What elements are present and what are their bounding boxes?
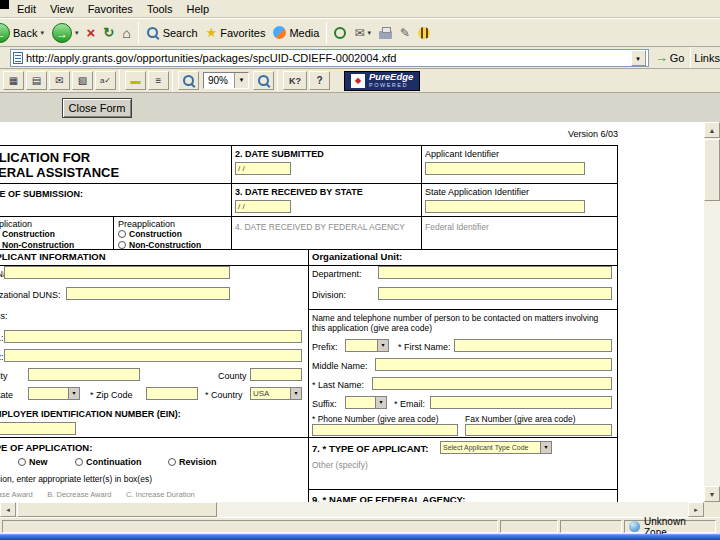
organizational-duns-input[interactable]	[66, 287, 230, 300]
grid-line	[617, 145, 618, 502]
street1-input[interactable]	[4, 330, 302, 343]
messenger-icon	[418, 27, 430, 39]
fax-input[interactable]	[465, 424, 612, 436]
prefix-select[interactable]: ▾	[345, 339, 389, 352]
menu-bar: Edit View Favorites Tools Help	[0, 0, 720, 18]
menu-tools[interactable]: Tools	[140, 2, 180, 16]
favorites-label: Favorites	[220, 27, 265, 39]
email-input[interactable]	[430, 396, 612, 409]
street2-input[interactable]	[4, 349, 302, 362]
application-column-label: Application	[0, 219, 32, 229]
spell-check-button[interactable]: a✓	[95, 71, 116, 90]
edit-button[interactable]: ✎	[396, 21, 414, 45]
middle-name-input[interactable]	[375, 358, 612, 371]
back-dropdown-icon[interactable]: ▾	[40, 29, 44, 37]
date-submitted-input[interactable]: / /	[235, 162, 291, 175]
radio-icon	[168, 458, 176, 466]
vertical-scrollbar[interactable]: ▲ ▼	[704, 122, 720, 502]
zoom-dropdown-icon[interactable]: ▾	[234, 73, 248, 88]
continuation-radio[interactable]: Continuation	[75, 457, 142, 467]
preview-button[interactable]: ▧	[72, 71, 93, 90]
forward-dropdown-icon[interactable]: ▾	[75, 29, 79, 37]
home-button[interactable]: ⌂	[118, 21, 134, 45]
forward-icon: →	[52, 23, 72, 43]
mail-form-button[interactable]: ✉	[49, 71, 70, 90]
phone-input[interactable]	[312, 424, 458, 436]
vertical-scroll-thumb[interactable]	[704, 139, 720, 201]
zoom-select[interactable]: 90% ▾	[203, 72, 249, 89]
mail-button[interactable]: ✉ ▾	[350, 21, 375, 45]
zip-code-input[interactable]	[146, 387, 198, 400]
menu-edit[interactable]: Edit	[10, 2, 43, 16]
print-form-button[interactable]: ▤	[26, 71, 47, 90]
save-button[interactable]: ▦	[3, 71, 24, 90]
scroll-left-icon[interactable]: ◂	[0, 502, 16, 517]
address-dropdown-icon[interactable]: ▾	[631, 50, 646, 66]
date-received-state-input[interactable]: / /	[235, 200, 291, 213]
applicant-information-header: 5. APPLICANT INFORMATION	[0, 251, 106, 262]
country-select[interactable]: USA ▾	[250, 387, 302, 400]
zoom-out-button[interactable]	[178, 71, 199, 90]
radio-icon	[18, 458, 26, 466]
menu-help[interactable]: Help	[180, 2, 217, 16]
horizontal-scroll-thumb[interactable]	[17, 502, 217, 517]
forward-button[interactable]: → ▾	[48, 21, 83, 45]
application-construction-radio[interactable]: Construction	[0, 229, 55, 239]
highlight-fields-button[interactable]: ▬	[125, 71, 146, 90]
scroll-up-icon[interactable]: ▲	[704, 122, 720, 138]
horizontal-scrollbar[interactable]: ◂ ▸	[0, 502, 704, 517]
links-label[interactable]: Links	[694, 52, 720, 64]
city-label: City	[0, 371, 8, 381]
back-button[interactable]: ← Back ▾	[0, 21, 48, 45]
menu-view[interactable]: View	[43, 2, 81, 16]
preapplication-construction-radio[interactable]: Construction	[118, 229, 182, 239]
suffix-select[interactable]: ▾	[345, 396, 387, 409]
go-icon[interactable]: →	[655, 50, 668, 65]
messenger-button[interactable]	[414, 21, 434, 45]
applicant-identifier-input[interactable]	[425, 162, 585, 175]
save-icon: ▦	[9, 75, 18, 86]
city-input[interactable]	[28, 368, 140, 381]
address-input[interactable]: http://apply.grants.gov/opportunities/pa…	[10, 49, 649, 67]
stop-button[interactable]: ×	[83, 21, 100, 45]
state-application-identifier-input[interactable]	[425, 200, 585, 213]
highlight-icon: ▬	[131, 75, 141, 86]
search-button[interactable]: Search	[142, 21, 202, 45]
menu-favorites[interactable]: Favorites	[81, 2, 140, 16]
application-nonconstruction-radio[interactable]: Non-Construction	[0, 240, 74, 250]
zoom-in-button[interactable]	[253, 71, 274, 90]
department-label: Department:	[312, 269, 362, 279]
division-input[interactable]	[378, 287, 612, 300]
print-button[interactable]	[375, 21, 396, 45]
context-help-button[interactable]: K?	[283, 71, 307, 90]
department-input[interactable]	[378, 266, 612, 279]
radio-label: Construction	[2, 229, 55, 239]
type-of-submission-label: 1. TYPE OF SUBMISSION:	[0, 189, 83, 199]
preapplication-nonconstruction-radio[interactable]: Non-Construction	[118, 240, 201, 250]
last-name-input[interactable]	[372, 377, 612, 390]
address-url[interactable]: http://apply.grants.gov/opportunities/pa…	[26, 52, 628, 64]
mail-dropdown-icon[interactable]: ▾	[367, 29, 371, 37]
suffix-label: Suffix:	[312, 399, 337, 409]
go-label[interactable]: Go	[670, 52, 685, 64]
scroll-down-icon[interactable]: ▼	[704, 486, 720, 502]
field-list-button[interactable]: ≡	[148, 71, 169, 90]
history-button[interactable]	[330, 21, 350, 45]
state-select[interactable]: ▾	[28, 387, 80, 400]
help-button[interactable]: ?	[309, 71, 330, 90]
grid-line	[0, 183, 618, 184]
revision-radio[interactable]: Revision	[168, 457, 217, 467]
zip-code-label: * Zip Code	[90, 390, 133, 400]
toolbar-separator	[172, 70, 173, 92]
favorites-button[interactable]: ★ Favorites	[202, 21, 270, 45]
close-form-button[interactable]: Close Form	[62, 98, 132, 118]
refresh-button[interactable]: ↻	[99, 21, 118, 45]
legal-name-input[interactable]	[4, 266, 230, 279]
media-button[interactable]: Media	[269, 21, 323, 45]
type-of-applicant-select[interactable]: Select Applicant Type Code ▾	[440, 441, 552, 454]
county-input[interactable]	[250, 368, 302, 381]
new-radio[interactable]: New	[18, 457, 48, 467]
stop-icon: ×	[87, 25, 96, 40]
ein-input[interactable]	[0, 422, 76, 435]
first-name-input[interactable]	[454, 339, 612, 352]
